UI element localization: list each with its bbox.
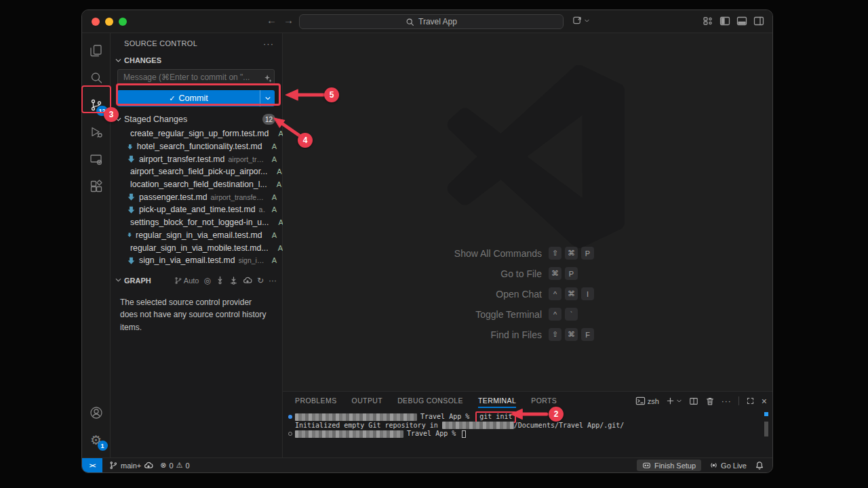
warnings-count: 0	[186, 462, 190, 470]
activity-run-debug[interactable]	[82, 119, 111, 146]
shortcut-label: Toggle Terminal	[379, 309, 542, 320]
nav-back-icon[interactable]: ←	[267, 14, 277, 26]
keyboard-shortcuts-watermark: Show All Commands⇧⌘PGo to File⌘POpen Cha…	[283, 246, 773, 348]
terminal-prompt: Travel App %	[420, 413, 473, 422]
terminal-content[interactable]: Travel App % git init Initialized empty …	[283, 413, 760, 459]
shortcut-label: Find in Files	[379, 329, 542, 340]
fetch-icon[interactable]	[216, 276, 224, 285]
sidebar-title: SOURCE CONTROL	[124, 39, 197, 47]
changes-label: CHANGES	[124, 56, 161, 64]
key-cap: ^	[549, 308, 561, 321]
scrollbar-command-mark	[764, 412, 768, 416]
file-status: A	[269, 256, 277, 264]
split-terminal-icon[interactable]	[689, 396, 698, 406]
command-success-dot	[288, 415, 292, 419]
panel-tab-output[interactable]: OUTPUT	[352, 392, 383, 410]
broadcast-icon	[709, 461, 718, 470]
scm-file-row[interactable]: airport_transfer.test.mdairport_trans...…	[111, 152, 282, 165]
scm-file-row[interactable]: airport_search_field_pick-up_airpor...A	[111, 165, 282, 178]
close-panel-icon[interactable]: ×	[762, 396, 767, 407]
graph-section-header[interactable]: GRAPH Auto ◎ ↻ ···	[111, 274, 282, 287]
activity-extensions[interactable]	[82, 173, 111, 200]
file-path: airport_transfer_s...	[210, 193, 265, 201]
panel-tab-debug-console[interactable]: DEBUG CONSOLE	[397, 392, 463, 410]
target-icon[interactable]: ◎	[203, 276, 210, 285]
scm-file-row[interactable]: regular_sign_in_via_mobile.test.md...A	[111, 241, 282, 254]
zoom-window-button[interactable]	[119, 18, 127, 26]
file-status: A	[274, 167, 281, 176]
chevron-down-icon	[115, 116, 122, 123]
maximize-panel-icon[interactable]	[746, 396, 755, 405]
panel-tab-ports[interactable]: PORTS	[531, 392, 557, 410]
cloud-push-icon[interactable]	[243, 276, 252, 285]
problems-status-item[interactable]: ⊗ 0 ⚠ 0	[160, 461, 189, 470]
kill-terminal-icon[interactable]	[705, 396, 715, 406]
toggle-secondary-sidebar-icon[interactable]	[753, 16, 764, 26]
scm-file-row[interactable]: passenger.test.mdairport_transfer_s...A	[111, 190, 282, 203]
more-actions-icon[interactable]: ···	[263, 39, 274, 49]
shortcut-row: Show All Commands⇧⌘P	[283, 246, 773, 260]
activity-accounts[interactable]	[82, 399, 111, 426]
terminal-output-before: Initialized empty Git repository in	[295, 422, 442, 430]
toggle-primary-sidebar-icon[interactable]	[719, 16, 730, 26]
activity-remote-explorer[interactable]	[82, 146, 111, 173]
file-name: airport_transfer.test.md	[139, 155, 224, 164]
remote-indicator[interactable]: ><	[82, 458, 102, 472]
file-name: sign_in_via_email.test.md	[139, 256, 235, 265]
scm-file-row[interactable]: location_search_field_destination_l...A	[111, 178, 282, 191]
scm-file-list: create_regular_sign_up_form.test.mdAhote…	[111, 127, 282, 267]
scm-file-row[interactable]: sign_in_via_email.test.mdsign_in_fo...A	[111, 254, 282, 267]
scm-file-row[interactable]: hotel_search_functionality.test.mdA	[111, 140, 282, 153]
scm-file-row[interactable]: pick-up_date_and_time.test.mdairp...A	[111, 203, 282, 216]
finish-setup-button[interactable]: Finish Setup	[637, 460, 701, 471]
graph-auto-toggle[interactable]: Auto	[174, 277, 199, 285]
terminal-scrollbar[interactable]	[764, 422, 768, 436]
terminal-instance[interactable]: zsh	[635, 396, 659, 406]
panel-tab-problems[interactable]: PROBLEMS	[295, 392, 337, 410]
scm-file-row[interactable]: create_regular_sign_up_form.test.mdA	[111, 127, 282, 140]
activity-source-control[interactable]: 12	[82, 92, 111, 119]
minimize-window-button[interactable]	[105, 18, 113, 26]
refresh-icon[interactable]: ↻	[257, 276, 264, 285]
extensions-icon	[89, 179, 104, 194]
activity-search[interactable]	[82, 64, 111, 92]
key-cap: P	[565, 267, 578, 280]
git-init-command: git init	[475, 411, 516, 423]
go-live-button[interactable]: Go Live	[709, 461, 747, 470]
file-status: A	[269, 142, 277, 150]
staged-changes-header[interactable]: Staged Changes 12	[111, 113, 282, 126]
activity-settings[interactable]: ⚙ 1	[82, 426, 111, 453]
scm-file-row[interactable]: regular_sign_in_via_email.test.mdsi...A	[111, 229, 282, 242]
warnings-icon: ⚠	[176, 461, 183, 470]
key-cap: ⌘	[565, 287, 578, 300]
notifications-bell-icon[interactable]	[755, 461, 764, 470]
commit-dropdown-button[interactable]	[260, 90, 275, 106]
panel-more-icon[interactable]: ···	[722, 396, 732, 406]
vscode-window: ← → Travel App	[81, 9, 773, 473]
changes-section-header[interactable]: CHANGES	[111, 54, 282, 67]
key-cap: ⌘	[565, 247, 578, 260]
commit-button[interactable]: ✓ Commit	[117, 90, 275, 106]
close-window-button[interactable]	[92, 18, 100, 26]
file-name: create_regular_sign_up_form.test.md	[130, 129, 269, 138]
command-center-search[interactable]: Travel App	[299, 14, 564, 29]
nav-forward-icon[interactable]: →	[283, 14, 294, 26]
customize-layout-icon[interactable]	[703, 16, 713, 26]
graph-auto-label: Auto	[184, 277, 199, 285]
key-cap: F	[581, 328, 594, 341]
search-icon	[406, 18, 414, 26]
branch-status-item[interactable]: main+	[109, 461, 153, 470]
toggle-panel-icon[interactable]	[736, 16, 747, 26]
file-name: settings_block_for_not_logged-in_u...	[130, 218, 269, 227]
new-terminal-button[interactable]	[666, 396, 682, 405]
scm-file-row[interactable]: settings_block_for_not_logged-in_u...A	[111, 216, 282, 229]
panel-tab-terminal[interactable]: TERMINAL	[478, 392, 516, 410]
commit-message-input[interactable]	[117, 69, 275, 85]
pull-icon[interactable]	[229, 276, 238, 285]
activity-explorer[interactable]	[82, 37, 111, 64]
chevron-down-icon	[115, 277, 122, 284]
graph-more-icon[interactable]: ···	[269, 276, 277, 285]
chevron-down-icon	[584, 18, 590, 24]
copilot-chat-button[interactable]	[572, 16, 590, 26]
sparkle-icon[interactable]	[263, 74, 273, 83]
